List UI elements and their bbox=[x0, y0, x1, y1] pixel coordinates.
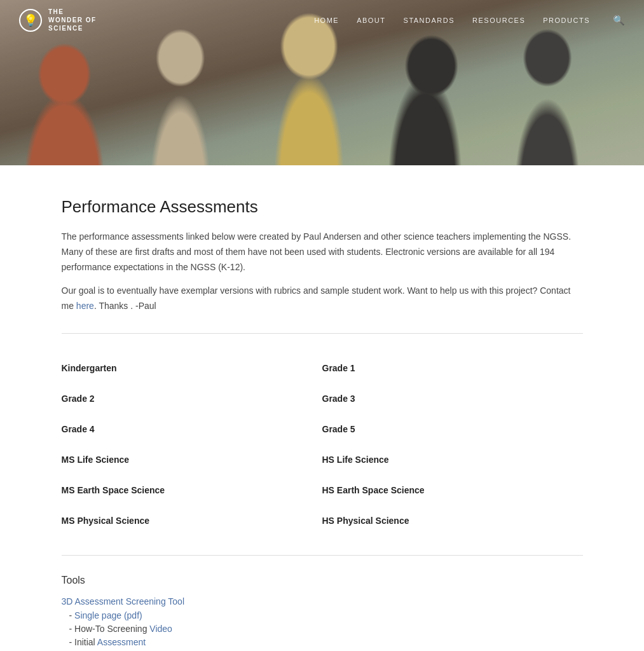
grade-2[interactable]: Grade 2 bbox=[62, 383, 322, 414]
contact-link[interactable]: here bbox=[76, 301, 94, 311]
grade-grid: Kindergarten Grade 1 Grade 2 Grade 3 Gra… bbox=[62, 353, 583, 536]
divider-top bbox=[62, 333, 583, 334]
tool-initial-assessment: - Initial Assessment bbox=[62, 637, 583, 647]
grade-hs-physical-science[interactable]: HS Physical Science bbox=[322, 505, 583, 536]
tool-3d-screening[interactable]: 3D Assessment Screening Tool bbox=[62, 596, 583, 606]
grade-ms-physical-science[interactable]: MS Physical Science bbox=[62, 505, 322, 536]
tool-video-link[interactable]: Video bbox=[149, 624, 172, 634]
grade-ms-earth-space[interactable]: MS Earth Space Science bbox=[62, 475, 322, 505]
logo-text: THEWONDER OFSCIENCE bbox=[48, 8, 97, 32]
tool-single-page: - Single page (pdf) bbox=[62, 610, 583, 620]
tool-assessment-link[interactable]: Assessment bbox=[97, 637, 146, 647]
nav-about[interactable]: ABOUT bbox=[357, 17, 385, 24]
nav-home[interactable]: HOME bbox=[314, 17, 339, 24]
grade-1[interactable]: Grade 1 bbox=[322, 353, 583, 383]
page-title: Performance Assessments bbox=[62, 197, 583, 217]
tool-howto-screening: - How-To Screening Video bbox=[62, 624, 583, 634]
grade-hs-life-science[interactable]: HS Life Science bbox=[322, 444, 583, 475]
grade-5[interactable]: Grade 5 bbox=[322, 414, 583, 444]
nav-standards[interactable]: STANDARDS bbox=[404, 17, 455, 24]
grade-ms-life-science[interactable]: MS Life Science bbox=[62, 444, 322, 475]
tools-title: Tools bbox=[62, 575, 583, 586]
tool-single-page-link[interactable]: Single page (pdf) bbox=[74, 610, 142, 620]
nav-links: HOME ABOUT STANDARDS RESOURCES PRODUCTS … bbox=[314, 15, 625, 26]
intro-paragraph-1: The performance assessments linked below… bbox=[62, 230, 583, 275]
search-icon[interactable]: 🔍 bbox=[613, 15, 625, 26]
logo[interactable]: 💡 THEWONDER OFSCIENCE bbox=[19, 8, 97, 32]
nav-products[interactable]: PRODUCTS bbox=[543, 17, 590, 24]
divider-bottom bbox=[62, 555, 583, 556]
grade-hs-earth-space[interactable]: HS Earth Space Science bbox=[322, 475, 583, 505]
logo-icon: 💡 bbox=[19, 9, 42, 32]
intro-text-after: . Thanks . -Paul bbox=[94, 301, 156, 311]
grade-kindergarten[interactable]: Kindergarten bbox=[62, 353, 322, 383]
main-nav: 💡 THEWONDER OFSCIENCE HOME ABOUT STANDAR… bbox=[0, 0, 644, 40]
tools-section: Tools 3D Assessment Screening Tool - Sin… bbox=[62, 575, 583, 651]
grade-4[interactable]: Grade 4 bbox=[62, 414, 322, 444]
intro-paragraph-2: Our goal is to eventually have exemplar … bbox=[62, 284, 583, 314]
hero-banner: 💡 THEWONDER OFSCIENCE HOME ABOUT STANDAR… bbox=[0, 0, 644, 165]
nav-resources[interactable]: RESOURCES bbox=[472, 17, 525, 24]
main-content: Performance Assessments The performance … bbox=[43, 165, 602, 651]
grade-3[interactable]: Grade 3 bbox=[322, 383, 583, 414]
